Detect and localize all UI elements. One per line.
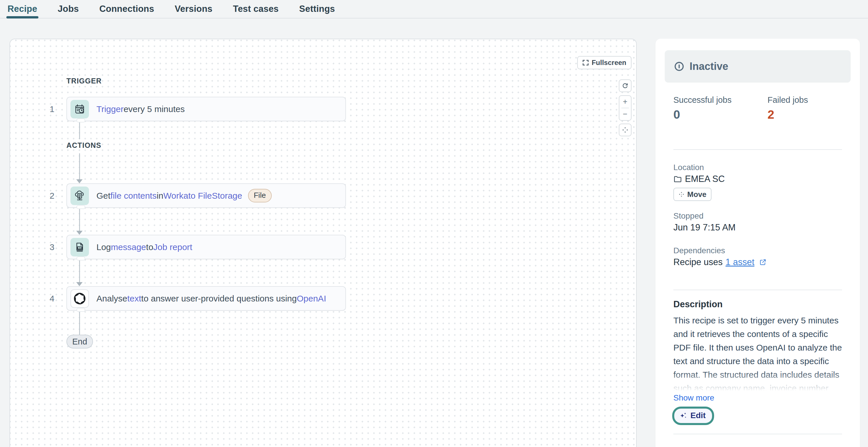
show-more-link[interactable]: Show more	[673, 393, 714, 403]
openai-link[interactable]: OpenAI	[297, 294, 326, 304]
filestorage-icon	[70, 187, 89, 205]
zoom-out-button[interactable]: −	[619, 108, 631, 120]
recipe-tabbar: Recipe Jobs Connections Versions Test ca…	[0, 0, 868, 19]
pan-icon	[622, 126, 629, 133]
dependencies-label: Dependencies	[673, 246, 725, 255]
connector-line	[79, 153, 80, 183]
file-contents-link[interactable]: file contents	[110, 191, 156, 201]
openai-icon	[70, 289, 89, 308]
end-node: End	[66, 335, 93, 349]
step-card-log-message[interactable]: LOG Log message to Job report	[66, 235, 346, 259]
trigger-link[interactable]: Trigger	[96, 104, 124, 114]
file-badge: File	[248, 189, 272, 202]
recipe-details-panel: Inactive Successful jobs 0 Failed jobs 2…	[655, 39, 860, 447]
folder-icon	[673, 175, 682, 183]
step-text: Get file contents in Workato FileStorage…	[96, 189, 272, 202]
connector-line	[79, 121, 80, 139]
step-text: Analyse text to answer user-provided que…	[96, 294, 326, 304]
workato-filestorage-link[interactable]: Workato FileStorage	[163, 191, 242, 201]
description-text: This recipe is set to trigger every 5 mi…	[673, 314, 845, 391]
failed-jobs-stat: Failed jobs 2	[768, 95, 808, 122]
tab-test-cases[interactable]: Test cases	[233, 0, 279, 18]
dependencies-value: Recipe uses 1 asset	[673, 257, 767, 267]
connector-line	[79, 311, 80, 335]
svg-text:LOG: LOG	[78, 247, 82, 249]
status-badge: Inactive	[665, 50, 851, 83]
connector-arrow	[76, 282, 83, 286]
tab-settings[interactable]: Settings	[299, 0, 335, 18]
zoom-controls: + −	[619, 95, 631, 121]
connector-line	[79, 259, 80, 282]
description-heading: Description	[673, 299, 723, 310]
stopped-value: Jun 19 7:15 AM	[673, 222, 736, 233]
trigger-section-label: TRIGGER	[66, 77, 102, 85]
status-label: Inactive	[689, 60, 728, 72]
pan-button[interactable]	[619, 124, 631, 136]
recipe-canvas[interactable]: Fullscreen + − TRIGGER ACTIONS 1	[9, 39, 637, 447]
step-card-trigger[interactable]: Trigger every 5 minutes	[66, 97, 346, 121]
edit-description-button[interactable]: Edit	[672, 407, 714, 425]
move-icon	[679, 191, 684, 197]
panel-divider	[673, 434, 842, 434]
connector-arrow	[76, 231, 83, 235]
asset-link[interactable]: 1 asset	[726, 257, 754, 267]
schedule-icon	[70, 100, 89, 118]
tab-versions[interactable]: Versions	[175, 0, 213, 18]
panel-divider	[673, 290, 842, 290]
panel-divider	[673, 149, 842, 150]
reset-icon	[622, 82, 629, 89]
step-number: 1	[45, 97, 59, 121]
step-number: 2	[45, 183, 59, 208]
message-link[interactable]: message	[111, 242, 146, 252]
job-report-link[interactable]: Job report	[153, 242, 192, 252]
step-text: Trigger every 5 minutes	[96, 104, 185, 114]
tab-recipe[interactable]: Recipe	[7, 0, 37, 18]
log-icon: LOG	[70, 238, 89, 256]
zoom-in-button[interactable]: +	[619, 96, 631, 108]
successful-jobs-label: Successful jobs	[673, 95, 732, 105]
sparkles-icon	[679, 412, 687, 420]
connector-arrow	[76, 179, 83, 183]
reset-view-button[interactable]	[619, 79, 631, 92]
successful-jobs-stat: Successful jobs 0	[673, 95, 732, 122]
tab-jobs[interactable]: Jobs	[58, 0, 79, 18]
step-card-analyse-text[interactable]: Analyse text to answer user-provided que…	[66, 286, 346, 311]
failed-jobs-value: 2	[768, 108, 808, 122]
fullscreen-icon	[582, 60, 589, 66]
step-number: 4	[45, 286, 59, 311]
failed-jobs-label: Failed jobs	[768, 95, 808, 105]
move-button[interactable]: Move	[673, 188, 712, 201]
location-label: Location	[673, 163, 704, 172]
step-card-get-file-contents[interactable]: Get file contents in Workato FileStorage…	[66, 183, 346, 208]
step-text: Log message to Job report	[96, 242, 192, 252]
edit-label: Edit	[690, 411, 706, 420]
connector-line	[79, 208, 80, 231]
inactive-icon	[674, 61, 684, 72]
fullscreen-label: Fullscreen	[592, 59, 626, 67]
fullscreen-button[interactable]: Fullscreen	[577, 56, 631, 69]
location-name: EMEA SC	[685, 174, 725, 184]
location-value: EMEA SC	[673, 174, 725, 184]
stopped-label: Stopped	[673, 211, 704, 221]
text-link[interactable]: text	[127, 294, 141, 304]
successful-jobs-value: 0	[673, 108, 732, 122]
move-label: Move	[687, 190, 706, 199]
step-number: 3	[45, 235, 59, 259]
external-link-icon[interactable]	[759, 258, 767, 266]
dependencies-prefix: Recipe uses	[673, 257, 723, 267]
tab-connections[interactable]: Connections	[99, 0, 154, 18]
actions-section-label: ACTIONS	[66, 141, 101, 150]
